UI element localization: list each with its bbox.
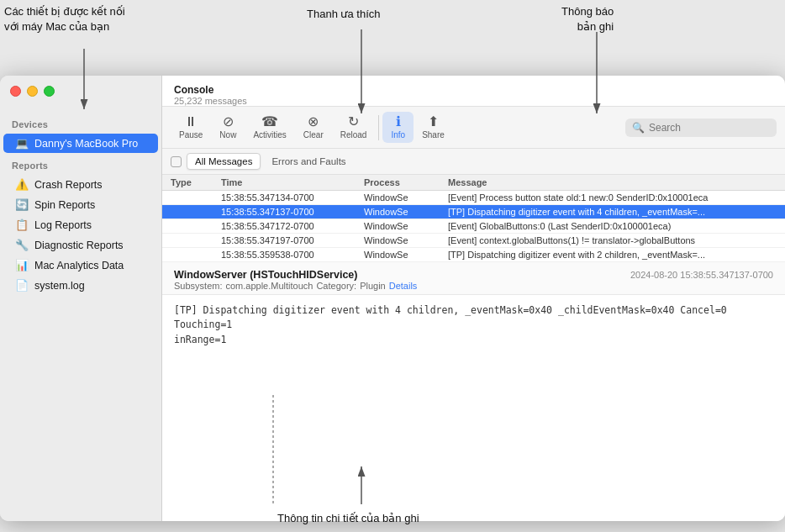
main-content: Console 25,232 messages ⏸ Pause ⊘ Now ☎ …: [162, 76, 785, 521]
close-button[interactable]: [10, 86, 21, 97]
clear-button[interactable]: ⊗ Clear: [295, 112, 332, 143]
log-row[interactable]: 15:38:55.347134-0700 WindowSe [Event] Pr…: [162, 191, 785, 205]
laptop-icon: 💻: [15, 137, 29, 150]
console-header: Console 25,232 messages: [162, 76, 785, 107]
file-icon: 📄: [15, 279, 29, 292]
col-header-type: Type: [171, 177, 221, 187]
console-title: Console: [174, 84, 773, 96]
search-box[interactable]: 🔍: [625, 119, 777, 137]
annotation-top-left: Các thiết bị được kết nối với máy Mac củ…: [4, 4, 125, 34]
maximize-button[interactable]: [44, 86, 55, 97]
now-label: Now: [219, 130, 236, 140]
activities-button[interactable]: ☎ Activities: [245, 112, 294, 143]
category-value: Plugin: [360, 281, 386, 291]
row4-time: 15:38:55.347197-0700: [221, 235, 364, 245]
tab-errors-faults[interactable]: Errors and Faults: [264, 154, 353, 169]
row5-time: 15:38:55.359538-0700: [221, 250, 364, 260]
log-rows: 15:38:55.347134-0700 WindowSe [Event] Pr…: [162, 191, 785, 262]
analytics-icon: 📊: [15, 259, 29, 271]
filter-tabs: All Messages Errors and Faults: [162, 149, 785, 175]
toolbar: ⏸ Pause ⊘ Now ☎ Activities ⊗ Clear ↻ Rel…: [162, 107, 785, 149]
search-icon: 🔍: [632, 122, 645, 134]
share-icon: ⬆: [428, 115, 439, 129]
row4-message: [Event] context.globalButtons(1) != tran…: [448, 235, 777, 245]
category-label: Category:: [316, 281, 356, 291]
annotation-top-right: Thông báo bản ghi: [561, 4, 614, 34]
warning-icon: ⚠️: [15, 178, 29, 191]
log-row[interactable]: 15:38:55.359538-0700 WindowSe [TP] Dispa…: [162, 248, 785, 262]
log-row[interactable]: 15:38:55.347197-0700 WindowSe [Event] co…: [162, 234, 785, 248]
row1-time: 15:38:55.347134-0700: [221, 192, 364, 203]
sidebar-item-macbook[interactable]: 💻 Danny's MacBook Pro: [3, 134, 158, 153]
table-header: Type Time Process Message: [162, 175, 785, 191]
pause-icon: ⏸: [184, 115, 198, 129]
clear-label: Clear: [303, 130, 324, 140]
tab-all-messages[interactable]: All Messages: [187, 153, 261, 170]
share-label: Share: [422, 130, 445, 140]
row3-time: 15:38:55.347172-0700: [221, 221, 364, 231]
filter-checkbox[interactable]: [171, 156, 182, 167]
info-button[interactable]: ℹ Info: [382, 112, 414, 143]
col-header-process: Process: [364, 177, 448, 187]
info-label: Info: [391, 130, 405, 140]
sidebar-item-spin-reports[interactable]: 🔄 Spin Reports: [3, 195, 158, 214]
share-button[interactable]: ⬆ Share: [414, 112, 453, 143]
info-icon: ℹ: [396, 115, 401, 129]
diagnostic-reports-label: Diagnostic Reports: [34, 240, 124, 251]
row1-process: WindowSe: [364, 192, 448, 203]
log-row-selected[interactable]: 15:38:55.347137-0700 WindowSe [TP] Dispa…: [162, 205, 785, 219]
minimize-button[interactable]: [27, 86, 38, 97]
row5-message: [TP] Dispatching digitizer event with 2 …: [448, 250, 777, 260]
spin-reports-label: Spin Reports: [34, 199, 95, 211]
search-input[interactable]: [649, 122, 770, 134]
sidebar-item-system-log[interactable]: 📄 system.log: [3, 276, 158, 295]
reload-label: Reload: [340, 130, 367, 140]
devices-section-label: Devices: [0, 113, 161, 133]
row1-message: [Event] Process button state old:1 new:0…: [448, 192, 777, 203]
reload-button[interactable]: ↻ Reload: [332, 112, 376, 143]
reports-section-label: Reports: [0, 154, 161, 174]
row3-message: [Event] GlobalButtons:0 (Last SenderID:0…: [448, 221, 777, 231]
toolbar-divider: [378, 115, 379, 140]
detail-header: WindowServer (HSTouchHIDService) 2024-08…: [162, 262, 785, 295]
sidebar-item-mac-analytics[interactable]: 📊 Mac Analytics Data: [3, 255, 158, 275]
col-header-message: Message: [448, 177, 777, 187]
main-window: Devices 💻 Danny's MacBook Pro Reports ⚠️…: [0, 76, 785, 521]
reload-icon: ↻: [348, 115, 359, 129]
sidebar: Devices 💻 Danny's MacBook Pro Reports ⚠️…: [0, 76, 162, 521]
log-row[interactable]: 15:38:55.347172-0700 WindowSe [Event] Gl…: [162, 219, 785, 234]
crash-reports-label: Crash Reports: [34, 179, 103, 191]
row2-message: [TP] Dispatching digitizer event with 4 …: [448, 207, 777, 217]
device-name: Danny's MacBook Pro: [34, 138, 138, 150]
sidebar-item-diagnostic-reports[interactable]: 🔧 Diagnostic Reports: [3, 235, 158, 255]
row2-process: WindowSe: [364, 207, 448, 217]
console-message-count: 25,232 messages: [174, 96, 773, 106]
activities-label: Activities: [253, 130, 286, 140]
system-log-label: system.log: [34, 280, 85, 292]
row5-process: WindowSe: [364, 250, 448, 260]
activities-icon: ☎: [261, 115, 278, 129]
col-header-time: Time: [221, 177, 364, 187]
now-icon: ⊘: [223, 115, 234, 129]
traffic-lights: [10, 86, 55, 97]
diagnostic-icon: 🔧: [15, 239, 29, 251]
detail-meta: Subsystem: com.apple.Multitouch Category…: [174, 281, 773, 291]
sidebar-item-log-reports[interactable]: 📋 Log Reports: [3, 215, 158, 234]
annotation-top-center: Thanh ưa thích: [307, 7, 381, 22]
pause-label: Pause: [179, 130, 203, 140]
log-reports-label: Log Reports: [34, 219, 92, 231]
log-icon: 📋: [15, 219, 29, 231]
details-link[interactable]: Details: [389, 281, 418, 291]
now-button[interactable]: ⊘ Now: [211, 112, 245, 143]
row2-time: 15:38:55.347137-0700: [221, 207, 364, 217]
row4-process: WindowSe: [364, 235, 448, 245]
spin-icon: 🔄: [15, 198, 29, 211]
subsystem-value: com.apple.Multitouch: [225, 281, 313, 291]
sidebar-item-crash-reports[interactable]: ⚠️ Crash Reports: [3, 175, 158, 194]
clear-icon: ⊗: [308, 115, 319, 129]
detail-body: [TP] Dispatching digitizer event with 4 …: [162, 295, 785, 521]
pause-button[interactable]: ⏸ Pause: [171, 112, 211, 143]
mac-analytics-label: Mac Analytics Data: [34, 260, 124, 271]
row3-process: WindowSe: [364, 221, 448, 231]
subsystem-label: Subsystem:: [174, 281, 222, 291]
